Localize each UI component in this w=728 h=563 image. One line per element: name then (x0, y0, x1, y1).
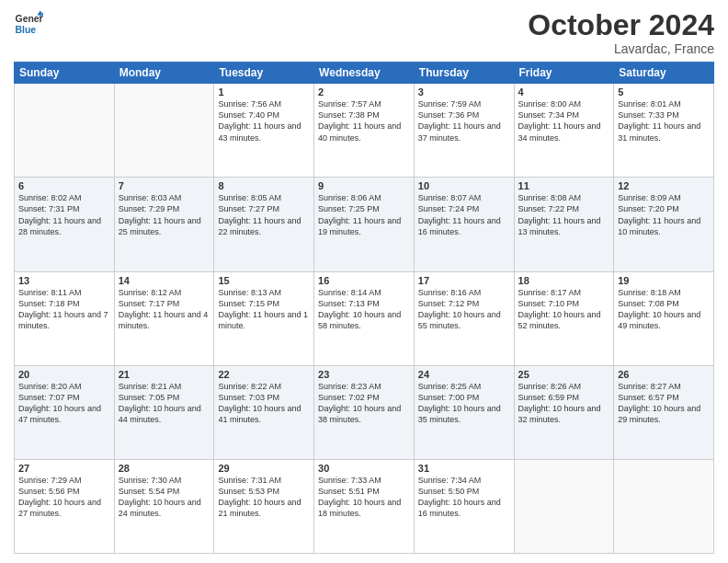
day-number: 16 (318, 275, 410, 286)
day-info: Sunrise: 8:03 AM Sunset: 7:29 PM Dayligh… (119, 192, 210, 237)
calendar-cell: 31Sunrise: 7:34 AM Sunset: 5:50 PM Dayli… (414, 459, 514, 553)
calendar-cell: 7Sunrise: 8:03 AM Sunset: 7:29 PM Daylig… (114, 178, 214, 271)
day-number: 29 (218, 463, 310, 474)
day-number: 26 (618, 369, 710, 380)
calendar-header-row: SundayMondayTuesdayWednesdayThursdayFrid… (15, 63, 714, 84)
calendar-cell: 12Sunrise: 8:09 AM Sunset: 7:20 PM Dayli… (614, 178, 714, 271)
day-number: 28 (119, 463, 210, 474)
day-header-sunday: Sunday (15, 63, 115, 84)
day-number: 25 (518, 369, 610, 380)
calendar-cell: 13Sunrise: 8:11 AM Sunset: 7:18 PM Dayli… (15, 271, 115, 365)
calendar-cell: 30Sunrise: 7:33 AM Sunset: 5:51 PM Dayli… (314, 459, 415, 553)
day-info: Sunrise: 8:18 AM Sunset: 7:08 PM Dayligh… (618, 287, 710, 332)
calendar-cell: 8Sunrise: 8:05 AM Sunset: 7:27 PM Daylig… (214, 178, 314, 271)
day-info: Sunrise: 8:06 AM Sunset: 7:25 PM Dayligh… (318, 192, 410, 237)
day-info: Sunrise: 8:13 AM Sunset: 7:15 PM Dayligh… (218, 287, 310, 332)
day-header-friday: Friday (514, 63, 614, 84)
title-block: October 2024 Lavardac, France (528, 9, 714, 56)
day-number: 8 (218, 180, 310, 191)
calendar-cell: 28Sunrise: 7:30 AM Sunset: 5:54 PM Dayli… (114, 459, 214, 553)
calendar-week-5: 27Sunrise: 7:29 AM Sunset: 5:56 PM Dayli… (15, 459, 714, 553)
calendar-cell: 1Sunrise: 7:56 AM Sunset: 7:40 PM Daylig… (214, 84, 314, 178)
day-info: Sunrise: 8:16 AM Sunset: 7:12 PM Dayligh… (418, 287, 510, 332)
day-info: Sunrise: 8:25 AM Sunset: 7:00 PM Dayligh… (418, 381, 510, 426)
day-info: Sunrise: 7:34 AM Sunset: 5:50 PM Dayligh… (418, 475, 510, 520)
day-info: Sunrise: 8:23 AM Sunset: 7:02 PM Dayligh… (318, 381, 410, 426)
calendar-cell: 9Sunrise: 8:06 AM Sunset: 7:25 PM Daylig… (314, 178, 415, 271)
calendar-cell: 17Sunrise: 8:16 AM Sunset: 7:12 PM Dayli… (414, 271, 514, 365)
calendar-week-3: 13Sunrise: 8:11 AM Sunset: 7:18 PM Dayli… (15, 271, 714, 365)
day-info: Sunrise: 8:17 AM Sunset: 7:10 PM Dayligh… (518, 287, 610, 332)
day-info: Sunrise: 8:11 AM Sunset: 7:18 PM Dayligh… (18, 287, 110, 332)
calendar-cell: 18Sunrise: 8:17 AM Sunset: 7:10 PM Dayli… (514, 271, 614, 365)
day-info: Sunrise: 8:21 AM Sunset: 7:05 PM Dayligh… (119, 381, 210, 426)
svg-text:Blue: Blue (16, 25, 37, 35)
svg-text:General: General (16, 14, 43, 24)
day-header-monday: Monday (114, 63, 214, 84)
day-info: Sunrise: 8:14 AM Sunset: 7:13 PM Dayligh… (318, 287, 410, 332)
day-number: 27 (18, 463, 110, 474)
calendar-cell: 21Sunrise: 8:21 AM Sunset: 7:05 PM Dayli… (114, 365, 214, 459)
day-info: Sunrise: 7:31 AM Sunset: 5:53 PM Dayligh… (218, 475, 310, 520)
calendar-cell: 25Sunrise: 8:26 AM Sunset: 6:59 PM Dayli… (514, 365, 614, 459)
calendar-cell: 6Sunrise: 8:02 AM Sunset: 7:31 PM Daylig… (15, 178, 115, 271)
day-info: Sunrise: 8:12 AM Sunset: 7:17 PM Dayligh… (119, 287, 210, 332)
day-number: 6 (18, 180, 110, 191)
calendar-week-4: 20Sunrise: 8:20 AM Sunset: 7:07 PM Dayli… (15, 365, 714, 459)
day-number: 30 (318, 463, 410, 474)
day-header-thursday: Thursday (414, 63, 514, 84)
calendar-cell (114, 84, 214, 178)
day-number: 5 (618, 86, 710, 98)
calendar-week-2: 6Sunrise: 8:02 AM Sunset: 7:31 PM Daylig… (15, 178, 714, 271)
calendar-cell: 20Sunrise: 8:20 AM Sunset: 7:07 PM Dayli… (15, 365, 115, 459)
day-number: 19 (618, 275, 710, 286)
calendar-table: SundayMondayTuesdayWednesdayThursdayFrid… (14, 62, 714, 554)
day-info: Sunrise: 8:22 AM Sunset: 7:03 PM Dayligh… (218, 381, 310, 426)
calendar-cell: 10Sunrise: 8:07 AM Sunset: 7:24 PM Dayli… (414, 178, 514, 271)
day-number: 10 (418, 180, 510, 191)
day-number: 14 (119, 275, 210, 286)
calendar-cell: 23Sunrise: 8:23 AM Sunset: 7:02 PM Dayli… (314, 365, 415, 459)
day-number: 12 (618, 180, 710, 191)
logo-icon: General Blue (14, 9, 43, 39)
day-info: Sunrise: 7:56 AM Sunset: 7:40 PM Dayligh… (218, 98, 310, 144)
day-number: 24 (418, 369, 510, 380)
calendar-cell: 24Sunrise: 8:25 AM Sunset: 7:00 PM Dayli… (414, 365, 514, 459)
day-number: 23 (318, 369, 410, 380)
location: Lavardac, France (528, 41, 714, 56)
day-info: Sunrise: 8:02 AM Sunset: 7:31 PM Dayligh… (18, 192, 110, 237)
calendar-cell: 2Sunrise: 7:57 AM Sunset: 7:38 PM Daylig… (314, 84, 415, 178)
day-number: 2 (318, 86, 410, 98)
calendar-cell: 11Sunrise: 8:08 AM Sunset: 7:22 PM Dayli… (514, 178, 614, 271)
calendar-cell: 27Sunrise: 7:29 AM Sunset: 5:56 PM Dayli… (15, 459, 115, 553)
page: General Blue October 2024 Lavardac, Fran… (0, 0, 728, 563)
day-header-wednesday: Wednesday (314, 63, 415, 84)
calendar-cell: 14Sunrise: 8:12 AM Sunset: 7:17 PM Dayli… (114, 271, 214, 365)
day-info: Sunrise: 8:20 AM Sunset: 7:07 PM Dayligh… (18, 381, 110, 426)
day-info: Sunrise: 7:57 AM Sunset: 7:38 PM Dayligh… (318, 98, 410, 144)
calendar-week-1: 1Sunrise: 7:56 AM Sunset: 7:40 PM Daylig… (15, 84, 714, 178)
day-number: 22 (218, 369, 310, 380)
header: General Blue October 2024 Lavardac, Fran… (14, 9, 714, 56)
calendar-cell: 26Sunrise: 8:27 AM Sunset: 6:57 PM Dayli… (614, 365, 714, 459)
calendar-cell: 29Sunrise: 7:31 AM Sunset: 5:53 PM Dayli… (214, 459, 314, 553)
day-header-saturday: Saturday (614, 63, 714, 84)
day-number: 17 (418, 275, 510, 286)
day-number: 20 (18, 369, 110, 380)
day-number: 11 (518, 180, 610, 191)
calendar-cell: 19Sunrise: 8:18 AM Sunset: 7:08 PM Dayli… (614, 271, 714, 365)
day-info: Sunrise: 8:05 AM Sunset: 7:27 PM Dayligh… (218, 192, 310, 237)
day-number: 7 (119, 180, 210, 191)
calendar-cell (514, 459, 614, 553)
day-number: 3 (418, 86, 510, 98)
day-info: Sunrise: 8:07 AM Sunset: 7:24 PM Dayligh… (418, 192, 510, 237)
day-info: Sunrise: 8:27 AM Sunset: 6:57 PM Dayligh… (618, 381, 710, 426)
logo: General Blue (14, 9, 43, 39)
day-number: 9 (318, 180, 410, 191)
calendar-cell: 3Sunrise: 7:59 AM Sunset: 7:36 PM Daylig… (414, 84, 514, 178)
day-number: 4 (518, 86, 610, 98)
month-title: October 2024 (528, 9, 714, 41)
day-number: 31 (418, 463, 510, 474)
day-number: 15 (218, 275, 310, 286)
day-info: Sunrise: 7:29 AM Sunset: 5:56 PM Dayligh… (18, 475, 110, 520)
